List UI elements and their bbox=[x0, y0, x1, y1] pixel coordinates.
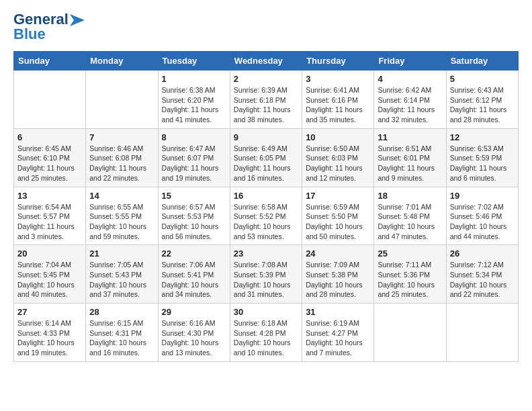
day-number: 1 bbox=[162, 74, 226, 84]
calendar-week-row: 1Sunrise: 6:38 AMSunset: 6:20 PMDaylight… bbox=[14, 71, 519, 129]
calendar-cell: 14Sunrise: 6:55 AMSunset: 5:55 PMDayligh… bbox=[86, 187, 158, 245]
calendar-cell: 10Sunrise: 6:50 AMSunset: 6:03 PMDayligh… bbox=[302, 128, 374, 187]
calendar-cell bbox=[374, 304, 446, 362]
calendar-week-row: 6Sunrise: 6:45 AMSunset: 6:10 PMDaylight… bbox=[14, 128, 519, 187]
calendar-header-row: SundayMondayTuesdayWednesdayThursdayFrid… bbox=[14, 52, 519, 71]
calendar-cell: 16Sunrise: 6:58 AMSunset: 5:52 PMDayligh… bbox=[230, 187, 302, 245]
day-number: 18 bbox=[378, 191, 442, 201]
column-header-tuesday: Tuesday bbox=[158, 52, 230, 71]
day-number: 9 bbox=[234, 132, 298, 142]
day-number: 4 bbox=[378, 74, 442, 84]
day-info: Sunrise: 6:47 AMSunset: 6:07 PMDaylight:… bbox=[162, 144, 226, 183]
day-info: Sunrise: 6:16 AMSunset: 4:30 PMDaylight:… bbox=[162, 318, 226, 358]
day-number: 21 bbox=[89, 248, 154, 259]
calendar-cell: 24Sunrise: 7:09 AMSunset: 5:38 PMDayligh… bbox=[302, 245, 374, 304]
logo-arrow-icon bbox=[70, 14, 85, 26]
calendar-cell: 30Sunrise: 6:18 AMSunset: 4:28 PMDayligh… bbox=[230, 304, 302, 362]
calendar-cell: 9Sunrise: 6:49 AMSunset: 6:05 PMDaylight… bbox=[230, 128, 302, 187]
day-number: 2 bbox=[234, 74, 298, 84]
day-number: 12 bbox=[450, 132, 515, 142]
day-info: Sunrise: 7:04 AMSunset: 5:45 PMDaylight:… bbox=[17, 260, 82, 300]
day-number: 17 bbox=[306, 191, 370, 201]
calendar-table: SundayMondayTuesdayWednesdayThursdayFrid… bbox=[13, 51, 519, 362]
column-header-wednesday: Wednesday bbox=[230, 52, 302, 71]
calendar-cell: 25Sunrise: 7:11 AMSunset: 5:36 PMDayligh… bbox=[374, 245, 446, 304]
day-info: Sunrise: 6:51 AMSunset: 6:01 PMDaylight:… bbox=[378, 144, 442, 183]
day-number: 31 bbox=[306, 307, 370, 317]
calendar-cell: 29Sunrise: 6:16 AMSunset: 4:30 PMDayligh… bbox=[158, 304, 230, 362]
day-info: Sunrise: 6:54 AMSunset: 5:57 PMDaylight:… bbox=[17, 202, 82, 242]
calendar-cell: 15Sunrise: 6:57 AMSunset: 5:53 PMDayligh… bbox=[158, 187, 230, 245]
day-info: Sunrise: 6:42 AMSunset: 6:14 PMDaylight:… bbox=[378, 85, 442, 125]
logo: General Blue bbox=[13, 11, 85, 43]
day-number: 28 bbox=[89, 307, 154, 317]
day-info: Sunrise: 6:38 AMSunset: 6:20 PMDaylight:… bbox=[162, 85, 226, 125]
day-number: 20 bbox=[17, 248, 82, 259]
day-info: Sunrise: 6:43 AMSunset: 6:12 PMDaylight:… bbox=[450, 85, 515, 125]
calendar-cell: 20Sunrise: 7:04 AMSunset: 5:45 PMDayligh… bbox=[14, 245, 86, 304]
day-info: Sunrise: 6:49 AMSunset: 6:05 PMDaylight:… bbox=[234, 144, 298, 183]
day-info: Sunrise: 6:50 AMSunset: 6:03 PMDaylight:… bbox=[306, 144, 370, 183]
day-number: 29 bbox=[162, 307, 226, 317]
calendar-week-row: 13Sunrise: 6:54 AMSunset: 5:57 PMDayligh… bbox=[14, 187, 519, 245]
day-info: Sunrise: 6:45 AMSunset: 6:10 PMDaylight:… bbox=[17, 144, 82, 183]
calendar-cell: 27Sunrise: 6:14 AMSunset: 4:33 PMDayligh… bbox=[14, 304, 86, 362]
day-info: Sunrise: 7:11 AMSunset: 5:36 PMDaylight:… bbox=[378, 260, 442, 300]
calendar-cell: 12Sunrise: 6:53 AMSunset: 5:59 PMDayligh… bbox=[446, 128, 518, 187]
calendar-week-row: 27Sunrise: 6:14 AMSunset: 4:33 PMDayligh… bbox=[14, 304, 519, 362]
calendar-cell: 18Sunrise: 7:01 AMSunset: 5:48 PMDayligh… bbox=[374, 187, 446, 245]
calendar-cell: 23Sunrise: 7:08 AMSunset: 5:39 PMDayligh… bbox=[230, 245, 302, 304]
day-number: 27 bbox=[17, 307, 82, 317]
calendar-cell bbox=[86, 71, 158, 129]
column-header-saturday: Saturday bbox=[446, 52, 518, 71]
calendar-cell: 26Sunrise: 7:12 AMSunset: 5:34 PMDayligh… bbox=[446, 245, 518, 304]
page-header: General Blue bbox=[13, 11, 519, 43]
day-info: Sunrise: 6:46 AMSunset: 6:08 PMDaylight:… bbox=[89, 144, 154, 183]
calendar-cell: 2Sunrise: 6:39 AMSunset: 6:18 PMDaylight… bbox=[230, 71, 302, 129]
calendar-cell: 11Sunrise: 6:51 AMSunset: 6:01 PMDayligh… bbox=[374, 128, 446, 187]
day-info: Sunrise: 7:08 AMSunset: 5:39 PMDaylight:… bbox=[234, 260, 298, 300]
day-info: Sunrise: 6:57 AMSunset: 5:53 PMDaylight:… bbox=[162, 202, 226, 242]
day-number: 10 bbox=[306, 132, 370, 142]
logo-blue-text: Blue bbox=[13, 26, 46, 43]
day-info: Sunrise: 7:05 AMSunset: 5:43 PMDaylight:… bbox=[89, 260, 154, 300]
calendar-cell bbox=[446, 304, 518, 362]
day-number: 11 bbox=[378, 132, 442, 142]
calendar-cell: 19Sunrise: 7:02 AMSunset: 5:46 PMDayligh… bbox=[446, 187, 518, 245]
column-header-sunday: Sunday bbox=[14, 52, 86, 71]
day-number: 22 bbox=[162, 248, 226, 259]
calendar-cell: 1Sunrise: 6:38 AMSunset: 6:20 PMDaylight… bbox=[158, 71, 230, 129]
day-info: Sunrise: 6:55 AMSunset: 5:55 PMDaylight:… bbox=[89, 202, 154, 242]
column-header-thursday: Thursday bbox=[302, 52, 374, 71]
day-number: 24 bbox=[306, 248, 370, 259]
day-number: 16 bbox=[234, 191, 298, 201]
calendar-cell bbox=[14, 71, 86, 129]
day-info: Sunrise: 6:58 AMSunset: 5:52 PMDaylight:… bbox=[234, 202, 298, 242]
day-number: 6 bbox=[17, 132, 82, 142]
day-number: 26 bbox=[450, 248, 515, 259]
calendar-cell: 3Sunrise: 6:41 AMSunset: 6:16 PMDaylight… bbox=[302, 71, 374, 129]
calendar-cell: 4Sunrise: 6:42 AMSunset: 6:14 PMDaylight… bbox=[374, 71, 446, 129]
day-info: Sunrise: 7:02 AMSunset: 5:46 PMDaylight:… bbox=[450, 202, 515, 242]
calendar-cell: 28Sunrise: 6:15 AMSunset: 4:31 PMDayligh… bbox=[86, 304, 158, 362]
column-header-friday: Friday bbox=[374, 52, 446, 71]
calendar-cell: 8Sunrise: 6:47 AMSunset: 6:07 PMDaylight… bbox=[158, 128, 230, 187]
day-info: Sunrise: 6:19 AMSunset: 4:27 PMDaylight:… bbox=[306, 318, 370, 358]
day-number: 14 bbox=[89, 191, 154, 201]
day-info: Sunrise: 6:18 AMSunset: 4:28 PMDaylight:… bbox=[234, 318, 298, 358]
day-number: 5 bbox=[450, 74, 515, 84]
calendar-cell: 13Sunrise: 6:54 AMSunset: 5:57 PMDayligh… bbox=[14, 187, 86, 245]
day-info: Sunrise: 6:59 AMSunset: 5:50 PMDaylight:… bbox=[306, 202, 370, 242]
day-number: 15 bbox=[162, 191, 226, 201]
day-number: 13 bbox=[17, 191, 82, 201]
calendar-cell: 5Sunrise: 6:43 AMSunset: 6:12 PMDaylight… bbox=[446, 71, 518, 129]
calendar-cell: 17Sunrise: 6:59 AMSunset: 5:50 PMDayligh… bbox=[302, 187, 374, 245]
day-info: Sunrise: 7:12 AMSunset: 5:34 PMDaylight:… bbox=[450, 260, 515, 300]
day-info: Sunrise: 7:09 AMSunset: 5:38 PMDaylight:… bbox=[306, 260, 370, 300]
svg-marker-0 bbox=[70, 14, 85, 26]
calendar-cell: 6Sunrise: 6:45 AMSunset: 6:10 PMDaylight… bbox=[14, 128, 86, 187]
day-info: Sunrise: 7:06 AMSunset: 5:41 PMDaylight:… bbox=[162, 260, 226, 300]
calendar-week-row: 20Sunrise: 7:04 AMSunset: 5:45 PMDayligh… bbox=[14, 245, 519, 304]
calendar-cell: 7Sunrise: 6:46 AMSunset: 6:08 PMDaylight… bbox=[86, 128, 158, 187]
day-number: 19 bbox=[450, 191, 515, 201]
